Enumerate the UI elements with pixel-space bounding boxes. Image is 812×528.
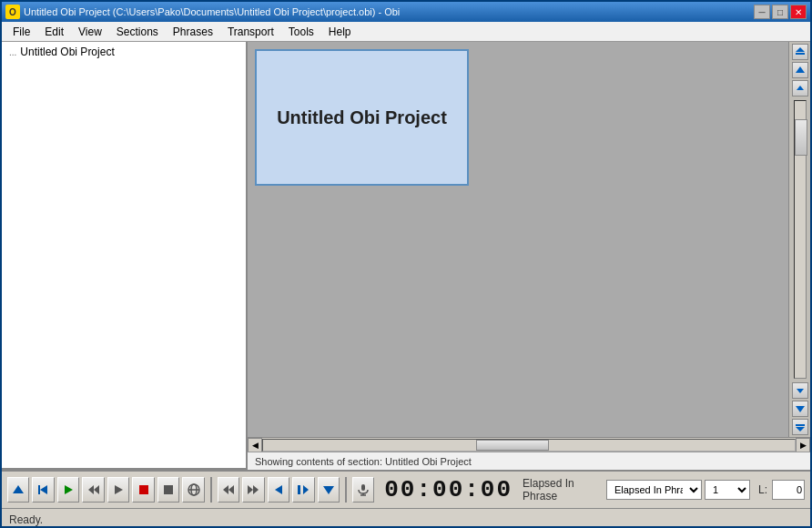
menu-phrases[interactable]: Phrases — [166, 24, 220, 40]
right-scroll-area — [788, 42, 810, 437]
content-area: Untitled Obi Project — [248, 42, 810, 437]
app-icon: O — [5, 5, 20, 19]
section-card[interactable]: Untitled Obi Project — [255, 49, 469, 186]
svg-marker-3 — [797, 86, 804, 90]
transport-skip-fwd-button[interactable] — [242, 477, 264, 503]
scroll-down-button[interactable] — [792, 401, 808, 417]
svg-rect-28 — [361, 484, 365, 491]
svg-marker-8 — [13, 485, 24, 493]
scroll-top-button[interactable] — [792, 44, 808, 60]
svg-marker-4 — [797, 389, 804, 393]
section-status-bar: Showing contents of section: Untitled Ob… — [248, 452, 810, 470]
l-input[interactable] — [772, 480, 805, 500]
svg-marker-13 — [88, 485, 94, 494]
svg-rect-7 — [796, 424, 805, 426]
maximize-button[interactable]: □ — [772, 5, 788, 19]
menu-edit[interactable]: Edit — [37, 24, 71, 40]
svg-marker-22 — [248, 485, 253, 494]
elapsed-dropdown[interactable]: Elapsed In Phrase Elapsed Remaining — [606, 480, 702, 500]
transport-play-green-button[interactable] — [57, 477, 79, 503]
horizontal-scrollbar-thumb[interactable] — [476, 440, 549, 451]
section-status-text: Showing contents of section: Untitled Ob… — [255, 456, 472, 467]
horizontal-scrollbar: ◀ ▶ — [248, 437, 810, 452]
transport-prev-section-button[interactable] — [32, 477, 54, 503]
transport-rewind-button[interactable] — [82, 477, 104, 503]
svg-rect-1 — [796, 53, 805, 55]
svg-marker-9 — [40, 485, 47, 494]
left-panel: ... Untitled Obi Project — [2, 42, 248, 470]
svg-marker-6 — [796, 427, 805, 432]
vertical-scrollbar-track[interactable] — [794, 100, 807, 379]
tree-item-project[interactable]: ... Untitled Obi Project — [2, 42, 246, 62]
scroll-up2-button[interactable] — [792, 80, 808, 96]
scroll-down2-button[interactable] — [792, 382, 808, 399]
vertical-scrollbar-thumb[interactable] — [795, 119, 807, 156]
section-card-title: Untitled Obi Project — [277, 107, 447, 128]
transport-bar: 00:00:00 Elapsed In Phrase Elapsed In Ph… — [2, 470, 810, 508]
time-display: 00:00:00 — [384, 476, 513, 503]
transport-up-button[interactable] — [7, 477, 29, 503]
svg-marker-0 — [796, 47, 805, 52]
transport-globe-button[interactable] — [182, 477, 204, 503]
svg-marker-25 — [303, 485, 309, 494]
menu-transport[interactable]: Transport — [220, 24, 281, 40]
close-button[interactable]: ✕ — [790, 5, 807, 19]
scroll-left-button[interactable]: ◀ — [248, 438, 262, 452]
scrollable-content: Untitled Obi Project — [248, 42, 788, 437]
right-panel: Untitled Obi Project — [248, 42, 810, 470]
svg-marker-24 — [275, 485, 282, 494]
elapsed-label: Elapsed In Phrase — [523, 477, 600, 503]
tree-item-label: Untitled Obi Project — [20, 46, 114, 58]
transport-separator-1 — [210, 477, 212, 503]
svg-rect-10 — [38, 485, 40, 494]
svg-marker-21 — [223, 485, 228, 494]
svg-marker-14 — [115, 485, 123, 494]
svg-marker-27 — [323, 486, 334, 494]
scroll-right-button[interactable]: ▶ — [796, 438, 810, 452]
svg-marker-23 — [253, 485, 259, 494]
phrase-number-dropdown[interactable]: 1 — [705, 480, 750, 500]
title-controls: ─ □ ✕ — [754, 5, 807, 19]
status-bar: Ready. — [2, 508, 810, 528]
transport-next-button[interactable] — [268, 477, 289, 503]
main-container: ... Untitled Obi Project Untitled Obi Pr… — [2, 42, 810, 470]
scroll-up-button[interactable] — [792, 62, 808, 78]
horizontal-scrollbar-track[interactable] — [262, 439, 796, 452]
tree-dots: ... — [9, 47, 16, 57]
transport-skip-back-button[interactable] — [218, 477, 239, 503]
svg-marker-11 — [65, 485, 73, 494]
transport-stop-button[interactable] — [157, 477, 179, 503]
svg-marker-5 — [796, 406, 805, 412]
svg-rect-16 — [164, 485, 173, 494]
svg-rect-15 — [139, 485, 148, 494]
svg-marker-20 — [228, 485, 234, 494]
title-text: Untitled Obi Project (C:\Users\Pako\Docu… — [24, 6, 754, 17]
transport-mic-button[interactable] — [352, 477, 374, 503]
transport-down-button[interactable] — [318, 477, 340, 503]
transport-expand-button[interactable] — [292, 477, 314, 503]
l-label: L: — [758, 483, 767, 496]
scroll-bottom-button[interactable] — [792, 419, 808, 435]
svg-rect-26 — [298, 485, 300, 494]
transport-record-button[interactable] — [132, 477, 154, 503]
title-bar: O Untitled Obi Project (C:\Users\Pako\Do… — [2, 2, 810, 22]
transport-play-button[interactable] — [107, 477, 129, 503]
status-text: Ready. — [9, 513, 43, 526]
menu-bar: File Edit View Sections Phrases Transpor… — [2, 22, 810, 42]
minimize-button[interactable]: ─ — [754, 5, 770, 19]
menu-help[interactable]: Help — [321, 24, 359, 40]
menu-sections[interactable]: Sections — [109, 24, 166, 40]
menu-view[interactable]: View — [71, 24, 109, 40]
menu-file[interactable]: File — [5, 24, 37, 40]
menu-tools[interactable]: Tools — [281, 24, 321, 40]
svg-marker-12 — [94, 485, 99, 494]
svg-marker-2 — [796, 66, 805, 73]
transport-separator-2 — [345, 477, 347, 503]
